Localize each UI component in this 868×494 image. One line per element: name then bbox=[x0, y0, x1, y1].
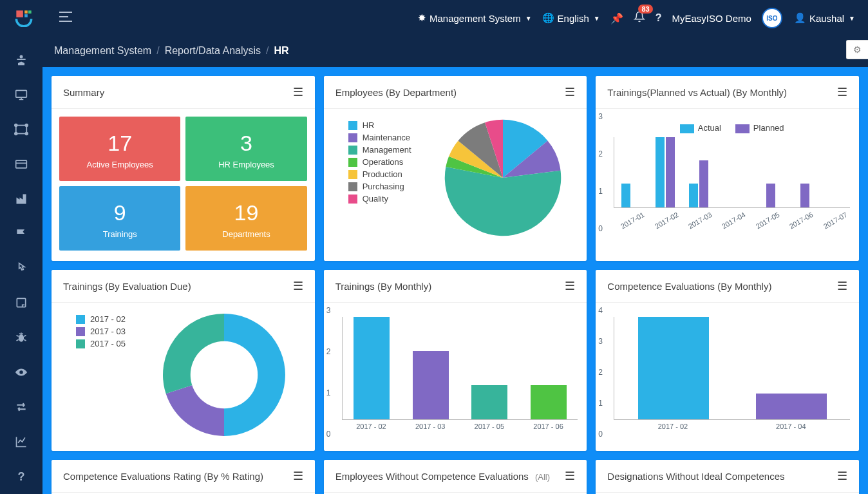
stat-tile[interactable]: 3HR Employees bbox=[185, 117, 307, 181]
sidebar-item-diagram[interactable] bbox=[0, 112, 42, 147]
topbar: ✸ Management System ▼ 🌐 English ▼ 📌 83 ?… bbox=[0, 0, 868, 36]
legend: 2017 - 022017 - 032017 - 05 bbox=[63, 310, 138, 352]
svg-rect-2 bbox=[28, 10, 32, 14]
donut-chart bbox=[160, 310, 288, 439]
app-logo[interactable] bbox=[8, 9, 40, 27]
bar-chart: Actual Planned 01232017-012017-022017-03… bbox=[596, 117, 859, 229]
panel-emp-without: Employees Without Competence Evaluations… bbox=[324, 460, 587, 494]
sidebar-item-eye[interactable] bbox=[0, 355, 42, 390]
panel-title: Employees Without Competence Evaluations… bbox=[335, 471, 550, 482]
panel-comp-rating: Competence Evaluations Rating (By % Rati… bbox=[52, 460, 315, 494]
panel-title: Competence Evaluations Rating (By % Rati… bbox=[63, 471, 263, 482]
panel-desig-without: Designations Without Ideal Competences ☰ bbox=[596, 460, 859, 494]
company-label[interactable]: MyEasyISO Demo bbox=[672, 13, 751, 24]
svg-point-14 bbox=[25, 132, 28, 135]
management-system-label: Management System bbox=[429, 13, 521, 24]
panel-menu-icon[interactable]: ☰ bbox=[293, 85, 303, 99]
svg-point-7 bbox=[20, 55, 23, 58]
panel-menu-icon[interactable]: ☰ bbox=[837, 469, 847, 483]
content-area: Management System / Report/Data Analysis… bbox=[42, 36, 868, 494]
panel-title: Trainings(Planned vs Actual) (By Monthly… bbox=[607, 87, 787, 98]
sidebar-item-card[interactable] bbox=[0, 147, 42, 182]
sidebar: ? bbox=[0, 36, 42, 494]
globe-icon: 🌐 bbox=[542, 12, 554, 24]
svg-rect-0 bbox=[16, 10, 23, 17]
stat-tile[interactable]: 19Departments bbox=[185, 186, 307, 251]
panel-summary: Summary ☰ 17Active Employees3HR Employee… bbox=[52, 76, 315, 261]
dashboard-grid: Summary ☰ 17Active Employees3HR Employee… bbox=[42, 67, 868, 494]
panel-title: Trainings (By Evaluation Due) bbox=[63, 281, 191, 292]
svg-point-13 bbox=[15, 132, 17, 135]
svg-rect-4 bbox=[59, 12, 72, 13]
panel-title: Employees (By Department) bbox=[335, 87, 457, 98]
panel-trainings-pva: Trainings(Planned vs Actual) (By Monthly… bbox=[596, 76, 859, 261]
svg-point-18 bbox=[19, 334, 24, 342]
breadcrumb-item[interactable]: Report/Data Analysis bbox=[165, 45, 261, 57]
svg-rect-3 bbox=[24, 14, 28, 17]
panel-menu-icon[interactable]: ☰ bbox=[837, 279, 847, 293]
sidebar-item-monitor[interactable] bbox=[0, 77, 42, 112]
svg-rect-5 bbox=[59, 16, 68, 17]
panel-menu-icon[interactable]: ☰ bbox=[565, 279, 575, 293]
panel-trainings-monthly: Trainings (By Monthly) ☰ 01232017 - 0220… bbox=[324, 270, 587, 451]
breadcrumb-current: HR bbox=[274, 45, 289, 57]
panel-title: Trainings (By Monthly) bbox=[335, 281, 432, 292]
notifications-icon[interactable]: 83 bbox=[634, 11, 645, 25]
gear-icon: ⚙ bbox=[853, 44, 862, 55]
svg-rect-17 bbox=[17, 299, 25, 307]
breadcrumb-sep: / bbox=[266, 45, 269, 57]
svg-rect-15 bbox=[16, 160, 27, 168]
breadcrumb-sep: / bbox=[156, 45, 159, 57]
sidebar-item-cursor[interactable] bbox=[0, 251, 42, 286]
sidebar-item-note[interactable] bbox=[0, 285, 42, 320]
caret-down-icon: ▼ bbox=[849, 15, 855, 22]
panel-menu-icon[interactable]: ☰ bbox=[293, 279, 303, 293]
panel-subtitle: (All) bbox=[535, 472, 550, 482]
breadcrumb-item[interactable]: Management System bbox=[54, 45, 151, 57]
panel-emp-dept: Employees (By Department) ☰ HRMaintenanc… bbox=[324, 76, 587, 261]
sidebar-item-person[interactable] bbox=[0, 43, 42, 77]
user-name: Kaushal bbox=[809, 13, 844, 24]
breadcrumb: Management System / Report/Data Analysis… bbox=[42, 36, 868, 67]
language-label: English bbox=[558, 13, 589, 24]
notification-badge: 83 bbox=[638, 5, 652, 14]
sidebar-item-bug[interactable] bbox=[0, 320, 42, 355]
user-icon: 👤 bbox=[794, 12, 806, 24]
user-dropdown[interactable]: 👤 Kaushal ▼ bbox=[794, 12, 855, 24]
svg-point-12 bbox=[25, 124, 28, 127]
sidebar-item-help[interactable]: ? bbox=[0, 459, 42, 494]
panel-trainings-due: Trainings (By Evaluation Due) ☰ 2017 - 0… bbox=[52, 270, 315, 451]
sidebar-toggle-icon[interactable] bbox=[59, 12, 72, 24]
sidebar-item-industry[interactable] bbox=[0, 182, 42, 216]
caret-down-icon: ▼ bbox=[594, 15, 600, 22]
sidebar-item-transfer[interactable] bbox=[0, 390, 42, 424]
panel-title: Competence Evaluations (By Monthly) bbox=[607, 281, 771, 292]
caret-down-icon: ▼ bbox=[525, 15, 532, 22]
panel-menu-icon[interactable]: ☰ bbox=[565, 85, 575, 99]
pie-chart bbox=[442, 117, 564, 239]
svg-point-19 bbox=[191, 341, 258, 409]
pin-icon[interactable]: 📌 bbox=[610, 12, 623, 24]
sidebar-item-flag[interactable] bbox=[0, 216, 42, 251]
panel-menu-icon[interactable]: ☰ bbox=[293, 469, 303, 483]
language-dropdown[interactable]: 🌐 English ▼ bbox=[542, 12, 600, 24]
company-avatar[interactable]: ISO bbox=[762, 8, 782, 28]
gear-icon: ✸ bbox=[418, 12, 426, 24]
panel-title: Summary bbox=[63, 87, 104, 98]
panel-title: Designations Without Ideal Competences bbox=[607, 471, 784, 482]
panel-menu-icon[interactable]: ☰ bbox=[565, 469, 575, 483]
legend: HRMaintenanceManagementOperationsProduct… bbox=[335, 117, 424, 207]
svg-rect-6 bbox=[59, 21, 72, 22]
bar-chart: 01232017 - 022017 - 032017 - 052017 - 06 bbox=[324, 310, 587, 434]
panel-competence-monthly: Competence Evaluations (By Monthly) ☰ 01… bbox=[596, 270, 859, 451]
sidebar-item-chart[interactable] bbox=[0, 424, 42, 459]
panel-menu-icon[interactable]: ☰ bbox=[837, 85, 847, 99]
bar-chart: 012342017 - 022017 - 04 bbox=[596, 310, 859, 434]
legend-planned: Planned bbox=[753, 123, 784, 133]
management-system-dropdown[interactable]: ✸ Management System ▼ bbox=[418, 12, 532, 24]
stat-tile[interactable]: 17Active Employees bbox=[59, 117, 180, 181]
svg-rect-8 bbox=[17, 59, 25, 60]
settings-side-tab[interactable]: ⚙ bbox=[846, 40, 868, 59]
stat-tile[interactable]: 9Trainings bbox=[59, 186, 180, 251]
help-icon[interactable]: ? bbox=[656, 12, 662, 24]
